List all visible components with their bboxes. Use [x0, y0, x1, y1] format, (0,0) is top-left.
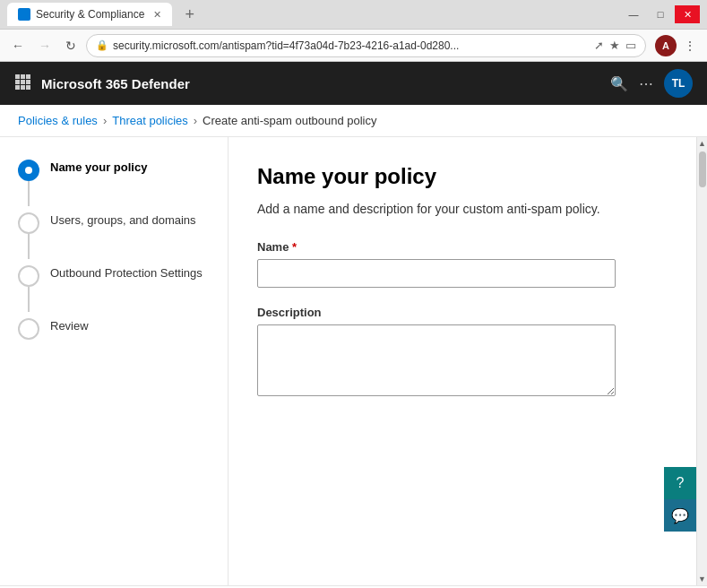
step-label-name: Name your policy: [50, 159, 147, 174]
refresh-button[interactable]: ↻: [61, 37, 81, 55]
name-field-label: Name *: [257, 240, 668, 254]
forward-button[interactable]: →: [34, 37, 56, 55]
scrollbar-up-arrow[interactable]: ▲: [698, 139, 706, 148]
description-field-label: Description: [257, 306, 668, 319]
step-item-name: Name your policy: [18, 159, 210, 181]
help-button[interactable]: ?: [664, 467, 696, 499]
breadcrumb-sep-2: ›: [194, 114, 197, 127]
svg-rect-0: [15, 74, 20, 79]
user-avatar[interactable]: TL: [664, 69, 693, 98]
step-name: Name your policy: [18, 159, 210, 206]
app-header: Microsoft 365 Defender 🔍 ⋯ TL: [0, 62, 707, 105]
window-controls: — □ ✕: [621, 5, 700, 23]
svg-rect-7: [21, 85, 25, 90]
svg-rect-5: [26, 80, 30, 84]
step-label-users: Users, groups, and domains: [50, 212, 196, 227]
step-line-2: [28, 234, 30, 259]
scrollbar-down-arrow[interactable]: ▼: [698, 575, 706, 584]
scrollbar-thumb[interactable]: [699, 151, 706, 187]
svg-rect-8: [26, 85, 30, 90]
name-input[interactable]: [257, 259, 616, 288]
step-line-3: [28, 287, 30, 312]
breadcrumb-threat-policies[interactable]: Threat policies: [112, 114, 188, 127]
address-bar: ← → ↻ 🔒 security.microsoft.com/antispam?…: [0, 29, 707, 61]
url-text: security.microsoft.com/antispam?tid=4f73…: [113, 39, 590, 52]
title-bar: Security & Compliance ✕ + — □ ✕: [0, 0, 707, 29]
description-field-group: Description: [257, 306, 668, 400]
name-field-group: Name *: [257, 240, 668, 288]
lock-icon: 🔒: [96, 39, 108, 51]
bookmark-icon[interactable]: ★: [609, 39, 620, 52]
minimize-button[interactable]: —: [621, 5, 646, 23]
feedback-button[interactable]: 💬: [664, 499, 696, 532]
url-action-icons: ➚ ★ ▭: [594, 39, 636, 52]
step-protection: Outbound Protection Settings: [18, 264, 210, 312]
url-input[interactable]: 🔒 security.microsoft.com/antispam?tid=4f…: [86, 34, 646, 57]
search-icon[interactable]: 🔍: [610, 75, 628, 92]
page-description: Add a name and description for your cust…: [257, 200, 616, 219]
step-item-protection: Outbound Protection Settings: [18, 264, 210, 287]
svg-rect-2: [26, 74, 30, 79]
svg-rect-4: [21, 80, 25, 84]
maximize-button[interactable]: □: [648, 5, 673, 23]
breadcrumb-policies-rules[interactable]: Policies & rules: [18, 114, 98, 127]
tab-favicon: [18, 8, 30, 21]
floating-buttons: ? 💬: [664, 467, 696, 532]
breadcrumb: Policies & rules › Threat policies › Cre…: [0, 105, 707, 137]
back-button[interactable]: ←: [7, 37, 29, 55]
step-circle-users: [18, 212, 39, 234]
step-review: Review: [18, 317, 210, 340]
grid-icon[interactable]: [14, 74, 30, 94]
browser-tab[interactable]: Security & Compliance ✕: [7, 3, 172, 26]
tab-title: Security & Compliance: [36, 8, 144, 21]
profile-button[interactable]: A: [655, 35, 677, 56]
step-item-review: Review: [18, 317, 210, 340]
step-circle-protection: [18, 265, 39, 287]
scrollbar[interactable]: ▲ ▼: [696, 137, 707, 585]
share-icon[interactable]: ➚: [594, 39, 604, 52]
split-tab-icon[interactable]: ▭: [625, 39, 636, 52]
svg-rect-1: [21, 74, 25, 79]
step-users: Users, groups, and domains: [18, 212, 210, 259]
app-title: Microsoft 365 Defender: [41, 76, 599, 91]
sidebar-steps: Name your policy Users, groups, and doma…: [0, 137, 228, 585]
name-label-text: Name: [257, 240, 289, 254]
page-heading: Name your policy: [257, 164, 668, 189]
step-label-protection: Outbound Protection Settings: [50, 264, 203, 280]
breadcrumb-current: Create anti-spam outbound policy: [203, 114, 376, 127]
close-button[interactable]: ✕: [675, 5, 700, 23]
description-input[interactable]: [257, 324, 616, 396]
name-required-indicator: *: [292, 240, 297, 254]
more-options-icon[interactable]: ⋯: [639, 75, 653, 92]
step-circle-review: [18, 318, 39, 340]
menu-button[interactable]: ⋮: [680, 35, 700, 56]
step-line-1: [28, 181, 30, 206]
browser-toolbar-icons: A ⋮: [655, 35, 700, 56]
step-item-users: Users, groups, and domains: [18, 212, 210, 234]
svg-rect-3: [15, 80, 20, 84]
content-panel: Name your policy Add a name and descript…: [228, 137, 696, 585]
svg-rect-6: [15, 85, 20, 90]
breadcrumb-sep-1: ›: [103, 114, 107, 127]
tab-close-button[interactable]: ✕: [153, 9, 161, 21]
step-label-review: Review: [50, 317, 89, 333]
new-tab-button[interactable]: +: [179, 5, 200, 24]
main-area: Name your policy Users, groups, and doma…: [0, 137, 707, 585]
step-circle-name: [18, 160, 39, 181]
